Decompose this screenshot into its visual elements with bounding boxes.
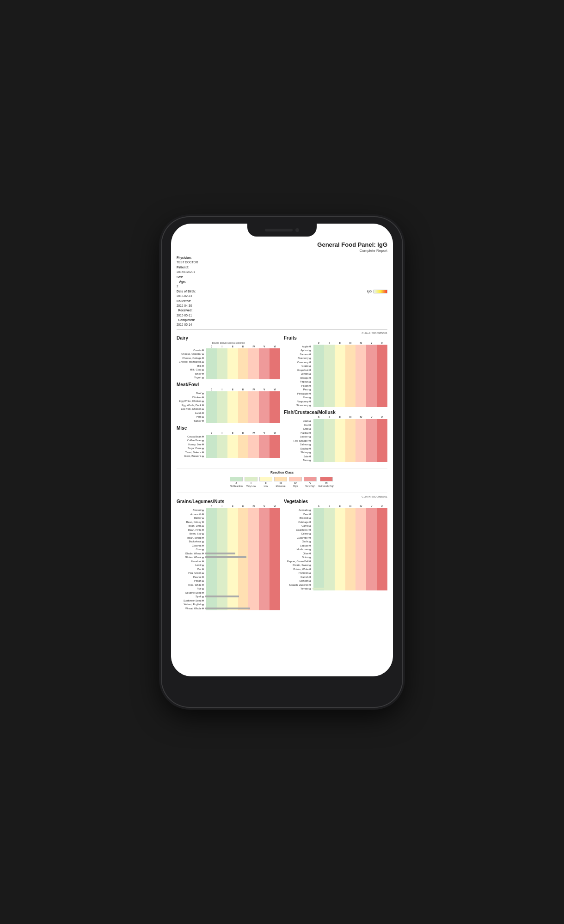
list-item: Beef — [177, 391, 280, 395]
list-item: Onion — [284, 555, 387, 559]
list-item: Gluten, Wheat — [177, 555, 280, 559]
legend-color-3 — [274, 477, 287, 481]
list-item: Turkey — [177, 419, 280, 423]
list-item: Apricot — [284, 348, 387, 352]
page1-columns: Dairy Bovine-derived unless specified 0 … — [177, 335, 387, 465]
list-item: Bean, Lima — [177, 524, 280, 528]
list-item: Lettuce — [284, 544, 387, 547]
list-item: Sugar Cane — [177, 446, 280, 450]
list-item: Bean, Pinto — [177, 528, 280, 532]
list-item: Broccoli — [284, 516, 387, 520]
fish-section: Fish/Crustacea/Mollusk 0 I II III IV V V… — [284, 410, 387, 462]
list-item: Lemon — [284, 372, 387, 376]
fruits-chart: Apple Apricot Banana Blueberry Cranberry… — [284, 345, 387, 407]
dairy-section: Dairy Bovine-derived unless specified 0 … — [177, 335, 280, 380]
list-item: Spinach — [284, 579, 387, 583]
list-item: Yeast, Brewer's — [177, 454, 280, 458]
screen-content[interactable]: General Food Panel: IgG Complete Report … — [171, 224, 393, 676]
fruits-title: Fruits — [284, 335, 387, 340]
vegetables-column: Vegetables 0 I II III IV V VI — [284, 499, 387, 613]
veg-col-header: 0 I II III IV V VI — [313, 505, 387, 508]
list-item: Pea, Green — [177, 571, 280, 575]
list-item: Potato, White — [284, 567, 387, 571]
list-item: Pecan — [177, 579, 280, 583]
list-item: Sunflower Seed — [177, 599, 280, 602]
legend-3: III Moderate — [274, 477, 287, 487]
list-item: Pepper, Green Bell — [284, 559, 387, 563]
list-item: Spelt — [177, 595, 280, 598]
list-item: Blueberry — [284, 356, 387, 360]
patient-row: Patient#: 20150370201 — [177, 265, 198, 275]
list-item: Mushroom — [284, 547, 387, 551]
list-item: Plum — [284, 395, 387, 399]
list-item: Chicken — [177, 395, 280, 399]
list-item: Sesame Seed — [177, 591, 280, 595]
list-item: Egg Whole, Duck — [177, 403, 280, 407]
list-item: Potato, Sweet — [284, 563, 387, 567]
misc-chart: Cocoa Bean Coffee Bean Honey, Bee Sugar … — [177, 435, 280, 458]
list-item: Cauliflower — [284, 528, 387, 532]
fish-list: Clam Cod Crab Halibut Lobster Red Snappe… — [284, 419, 387, 462]
list-item: Cheese, Cheddar — [177, 352, 280, 356]
list-item: Milk — [177, 364, 280, 368]
grains-list: Almond Amaranth Barley Bean, Kidney Bean… — [177, 508, 280, 610]
report-page: General Food Panel: IgG Complete Report … — [171, 237, 393, 620]
grains-section: Grains/Legumes/Nuts 0 I II III IV V VI — [177, 499, 280, 610]
list-item: Wheat, Whole — [177, 607, 280, 610]
vegetables-title: Vegetables — [284, 499, 387, 504]
list-item: Olive — [284, 552, 387, 555]
list-item: Grapefruit — [284, 368, 387, 372]
list-item: Gladin, Wheat — [177, 552, 280, 555]
left-column: Dairy Bovine-derived unless specified 0 … — [177, 335, 280, 465]
list-item: Carrot — [284, 524, 387, 528]
dairy-title: Dairy — [177, 335, 280, 340]
list-item: Milk, Goat — [177, 368, 280, 371]
legend-4: IV High — [289, 477, 302, 487]
dates-row: Collected: 2015-04-30 Received: 2015-05-… — [177, 299, 198, 328]
list-item: Egg Yolk, Chicken — [177, 407, 280, 411]
list-item: Salmon — [284, 443, 387, 446]
dairy-col-header: 0 I II III IV V VI — [206, 345, 280, 348]
list-item: Garlic — [284, 540, 387, 543]
list-item: Corn — [177, 547, 280, 551]
igg-bar — [374, 290, 387, 293]
legend-6: VI Extremely High — [319, 477, 334, 487]
list-item: Scallop — [284, 447, 387, 450]
list-item: Cocoa Bean — [177, 435, 280, 438]
veg-list: Avocado Beet Broccoli Cabbage Carrot Cau… — [284, 508, 387, 590]
legend-color-6 — [320, 477, 333, 481]
dairy-list: Casein Cheese, Cheddar Cheese, Cottage C… — [177, 348, 280, 380]
list-item: Yogurt — [177, 376, 280, 379]
report-subtitle: Complete Report — [177, 249, 387, 253]
reaction-class-section: Reaction Class 0 No Reaction I Very Low — [177, 468, 387, 492]
fruits-col-header: 0 I II III IV V VI — [313, 341, 387, 344]
meat-col-header: 0 I II III IV V VI — [206, 388, 280, 391]
list-item: Bean, String — [177, 536, 280, 540]
list-item: Cranberry — [284, 360, 387, 364]
misc-section: Misc 0 I II III IV V VI — [177, 426, 280, 458]
list-item: Banana — [284, 353, 387, 356]
list-item: Pumpkin — [284, 571, 387, 575]
fish-chart: Clam Cod Crab Halibut Lobster Red Snappe… — [284, 419, 387, 462]
list-item: Casein — [177, 348, 280, 352]
list-item: Walnut, English — [177, 602, 280, 606]
list-item: Amaranth — [177, 512, 280, 516]
patient-info: Physician: TEST DOCTOR Patient#: 2015037… — [177, 255, 387, 330]
meat-chart: Beef Chicken Egg White, Chicken Egg Whol… — [177, 391, 280, 423]
list-item: Oat — [177, 567, 280, 571]
grains-column: Grains/Legumes/Nuts 0 I II III IV V VI — [177, 499, 280, 613]
fish-title: Fish/Crustacea/Mollusk — [284, 410, 387, 415]
list-item: Pineapple — [284, 392, 387, 395]
list-item: Sole — [284, 455, 387, 458]
list-item: Strawberry — [284, 403, 387, 407]
meat-title: Meat/Fowl — [177, 382, 280, 387]
fruits-list: Apple Apricot Banana Blueberry Cranberry… — [284, 345, 387, 407]
list-item: Squash, Zucchini — [284, 583, 387, 587]
legend-5: V Very High — [304, 477, 317, 487]
legend-color-2 — [259, 477, 272, 481]
list-item: Cheese, Mozzarella — [177, 360, 280, 364]
legend-color-4 — [289, 477, 302, 481]
reaction-legend: 0 No Reaction I Very Low II Low — [177, 477, 387, 487]
list-item: Honey, Bee — [177, 443, 280, 446]
notch — [247, 224, 317, 237]
